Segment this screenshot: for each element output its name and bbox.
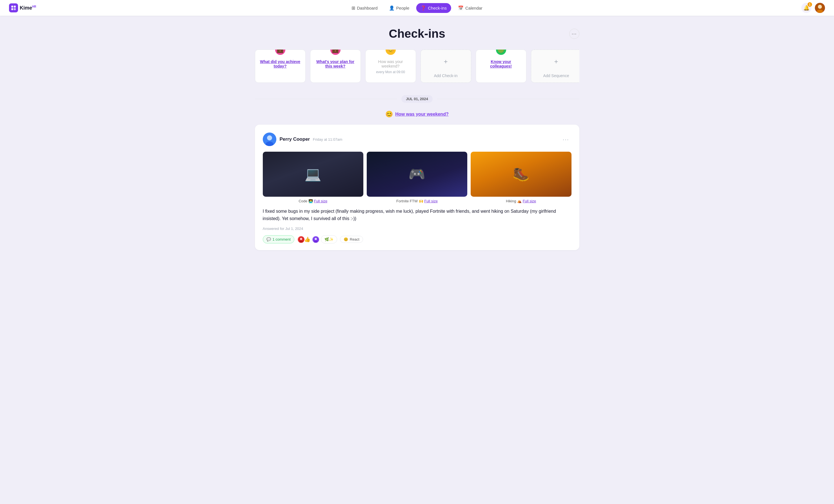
question-link-row: 😊 How was your weekend? [255,111,579,118]
image-hike-caption: Hiking ⛺ Full size [471,199,571,203]
image-hike[interactable] [471,152,571,197]
post-time: Friday at 11:07am [313,137,343,141]
card-title-weekend: How was your weekend? [370,60,411,68]
leaf-emoji-reaction[interactable]: 🌿✨ [321,235,337,244]
svg-point-11 [300,238,302,240]
svg-rect-0 [11,6,13,7]
reaction-avatars: 👍 [297,235,318,244]
logo-text: KimeHR [20,5,36,11]
card-icon-achieve: 💼 [275,49,285,55]
navbar: KimeHR ⊞ Dashboard 👤 People ❓ Check-ins … [0,0,834,16]
reaction-avatar-2 [312,235,320,244]
post-header: Perry Cooper Friday at 11:07am ··· [263,133,571,146]
image-code-fullsize-link[interactable]: Full size [314,199,327,203]
comment-button[interactable]: 💬 1 comment [263,235,294,244]
svg-point-14 [315,238,317,240]
post-author-name: Perry Cooper [280,136,310,142]
image-cell-code: Code 🧑‍💻 Full size [263,152,363,203]
more-options-button[interactable]: ··· [569,29,579,39]
add-checkin-plus-icon: + [444,58,447,66]
svg-rect-3 [14,8,16,10]
image-hike-fullsize-link[interactable]: Full size [523,199,536,203]
nav-links: ⊞ Dashboard 👤 People ❓ Check-ins 📅 Calen… [347,3,487,13]
question-emoji: 😊 [385,111,393,118]
post-image-grid: Code 🧑‍💻 Full size Fortnite FTW 🙌 Full s… [263,152,571,203]
add-sequence-label: Add Sequence [543,73,569,78]
question-link[interactable]: How was your weekend? [395,112,448,117]
user-avatar[interactable] [815,3,825,13]
react-emoji: 😊 [344,237,348,242]
post-body: I fixed some bugs in my side project (fi… [263,208,571,222]
people-icon: 👤 [389,5,395,11]
checkin-card-add-sequence[interactable]: + Add Sequence [531,49,579,83]
card-subtitle-weekend: every Mon at 09:00 [376,70,405,74]
dashboard-icon: ⊞ [352,5,355,11]
image-game-fullsize-link[interactable]: Full size [424,199,438,203]
svg-point-5 [818,5,822,9]
checkin-cards-row: 💼 What did you achieve today? 💼 What's y… [255,49,579,84]
checkin-card-weekend[interactable]: 😊 How was your weekend? every Mon at 09:… [365,49,416,83]
post-card: Perry Cooper Friday at 11:07am ··· Code … [255,125,579,250]
reaction-emoji-thumbs: 👍 [303,235,311,244]
date-divider: JUL 01, 2024 [255,95,579,103]
card-icon-colleagues: 🟢 [496,49,506,55]
react-label: React [350,237,359,242]
logo[interactable]: KimeHR [9,3,36,13]
svg-point-8 [267,135,272,140]
post-reactions: 💬 1 comment 👍 [263,235,571,244]
checkin-card-colleagues[interactable]: 🟢 Know your colleagues! [476,49,526,83]
card-title-colleagues: Know your colleagues! [481,60,522,68]
svg-rect-1 [14,6,16,7]
logo-icon [9,3,18,13]
nav-calendar[interactable]: 📅 Calendar [454,3,487,13]
date-badge: JUL 01, 2024 [401,95,433,103]
card-title-achieve: What did you achieve today? [260,60,301,68]
nav-dashboard[interactable]: ⊞ Dashboard [347,3,382,13]
leaf-emoji: 🌿✨ [325,237,333,242]
nav-people[interactable]: 👤 People [385,3,414,13]
calendar-icon: 📅 [458,5,464,11]
checkins-icon: ❓ [420,5,426,11]
post-meta: Perry Cooper Friday at 11:07am [280,136,557,142]
post-author-avatar [263,133,276,146]
svg-rect-2 [11,8,13,10]
card-icon-plan: 💼 [330,49,341,55]
notification-badge: 1 [808,2,812,7]
nav-checkins[interactable]: ❓ Check-ins [416,3,451,13]
comment-icon: 💬 [266,237,271,242]
post-answered-for: Answered for Jul 1, 2024 [263,227,571,231]
main-content: Check-ins ··· 💼 What did you achieve tod… [248,16,586,266]
nav-right: 🔔 1 [801,3,825,13]
image-game-caption: Fortnite FTW 🙌 Full size [367,199,467,203]
image-code[interactable] [263,152,363,197]
image-cell-hike: Hiking ⛺ Full size [471,152,571,203]
card-icon-weekend: 😊 [386,49,396,55]
page-title: Check-ins [389,27,445,41]
checkin-card-plan[interactable]: 💼 What's your plan for this week? [310,49,361,83]
image-code-caption: Code 🧑‍💻 Full size [263,199,363,203]
add-sequence-plus-icon: + [554,58,558,66]
checkin-card-achieve[interactable]: 💼 What did you achieve today? [255,49,306,83]
image-cell-game: Fortnite FTW 🙌 Full size [367,152,467,203]
page-header: Check-ins ··· [255,27,579,41]
add-checkin-label: Add Check-in [434,73,457,78]
post-more-button[interactable]: ··· [561,135,571,144]
image-game[interactable] [367,152,467,197]
react-button[interactable]: 😊 React [340,236,363,243]
card-title-plan: What's your plan for this week? [315,60,356,68]
notification-button[interactable]: 🔔 1 [801,3,811,13]
checkin-card-add[interactable]: + Add Check-in [420,49,471,83]
